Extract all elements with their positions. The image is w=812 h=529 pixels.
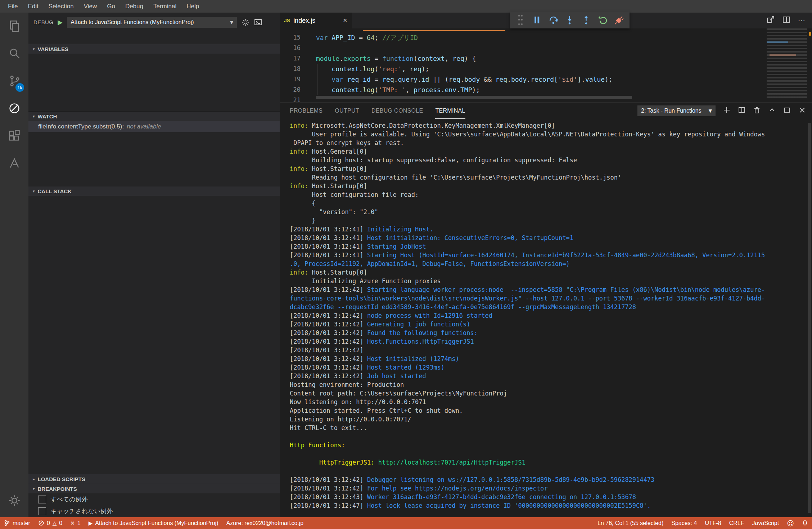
notifications[interactable]: [798, 517, 812, 529]
panel-tab-problems[interactable]: PROBLEMS: [290, 103, 322, 119]
section-call-stack[interactable]: ▾ CALL STACK: [28, 186, 280, 196]
azure-account-indicator[interactable]: Azure: rex0220@hotmail.co.jp: [222, 517, 308, 529]
start-debug-icon[interactable]: ▶: [58, 19, 63, 26]
restore-panel-icon[interactable]: [783, 106, 791, 116]
menu-item-debug[interactable]: Debug: [120, 0, 148, 13]
checkbox-icon[interactable]: [38, 496, 46, 503]
step-into-icon[interactable]: [564, 15, 575, 26]
language-indicator[interactable]: JavaScript: [748, 517, 783, 529]
code-line[interactable]: 17module.exports = function(context, req…: [280, 53, 812, 64]
menu-item-selection[interactable]: Selection: [44, 0, 79, 13]
section-loaded-scripts[interactable]: ▸ LOADED SCRIPTS: [28, 474, 280, 484]
minimap[interactable]: [767, 28, 807, 98]
eol-indicator[interactable]: CRLF: [725, 517, 748, 529]
activity-debug[interactable]: [0, 95, 28, 122]
code-line[interactable]: 16: [280, 43, 812, 53]
pause-icon[interactable]: [532, 15, 542, 26]
debug-session-indicator[interactable]: ▶ Attach to JavaScript Functions (MyFunc…: [85, 517, 222, 529]
kill-terminal-icon[interactable]: [753, 106, 761, 116]
terminal-line: Http Functions:: [290, 441, 808, 449]
checkbox-icon[interactable]: [38, 507, 46, 515]
code-line[interactable]: 15var APP_ID = 64; //アプリID: [280, 32, 812, 43]
more-actions-icon[interactable]: ⋯: [798, 16, 806, 25]
debug-config-dropdown[interactable]: Attach to JavaScript Functions (MyFuncti…: [67, 17, 237, 28]
feedback-smiley[interactable]: ☺: [783, 517, 798, 529]
horizontal-scrollbar[interactable]: [316, 96, 632, 99]
menu-item-terminal[interactable]: Terminal: [148, 0, 181, 13]
branch-icon: [4, 520, 10, 526]
panel-tab-output[interactable]: OUTPUT: [335, 103, 359, 119]
encoding-label: UTF-8: [705, 520, 721, 526]
code-line[interactable]: 20 context.log('TMP: ', process.env.TMP)…: [280, 85, 812, 95]
terminal-line: info: Host.Startup[0]: [290, 182, 808, 190]
close-tab-icon[interactable]: ✕: [343, 17, 347, 24]
indentation-indicator[interactable]: Spaces: 4: [667, 517, 701, 529]
terminal-line: [2018/10/01 3:12:47] Host lock lease acq…: [290, 501, 808, 510]
menu-item-file[interactable]: File: [3, 0, 23, 13]
open-debug-console-icon[interactable]: [254, 18, 263, 27]
problems-indicator[interactable]: 0 △ 0: [34, 517, 66, 529]
terminal-output[interactable]: info: Microsoft.AspNetCore.DataProtectio…: [280, 118, 808, 517]
code-line[interactable]: 18 context.log('req:', req);: [280, 64, 812, 74]
breakpoint-item[interactable]: すべての例外: [28, 493, 280, 505]
cursor-position[interactable]: Ln 76, Col 1 (55 selected): [594, 517, 667, 529]
azure-account-label: Azure: rex0220@hotmail.co.jp: [226, 520, 304, 526]
panel-tab-terminal[interactable]: TERMINAL: [435, 103, 465, 119]
activity-settings[interactable]: [0, 487, 28, 514]
restart-icon[interactable]: [597, 15, 608, 26]
activity-azure[interactable]: [0, 149, 28, 177]
terminal-picker[interactable]: 2: Task - Run Functions ▼: [637, 105, 716, 116]
close-panel-icon[interactable]: [798, 106, 806, 116]
drag-handle-icon[interactable]: [515, 15, 526, 26]
chevron-expanded-icon: ▾: [33, 47, 35, 51]
menu-item-go[interactable]: Go: [102, 0, 120, 13]
menu-item-help[interactable]: Help: [181, 0, 204, 13]
chevron-down-icon: ▼: [709, 108, 712, 113]
activity-explorer[interactable]: [0, 13, 28, 40]
debug-icon: [8, 102, 21, 115]
section-watch[interactable]: ▾ WATCH: [28, 111, 280, 121]
activity-search[interactable]: [0, 40, 28, 67]
indentation-label: Spaces: 4: [671, 520, 697, 526]
branch-name: master: [13, 520, 30, 526]
debug-view-title: DEBUG: [33, 19, 53, 25]
x-indicator[interactable]: ✕ 1: [66, 517, 84, 529]
maximize-panel-icon[interactable]: [768, 106, 776, 116]
debug-session-label: Attach to JavaScript Functions (MyFuncti…: [95, 520, 218, 526]
menu-item-view[interactable]: View: [79, 0, 102, 13]
encoding-indicator[interactable]: UTF-8: [701, 517, 725, 529]
configure-gear-icon[interactable]: [241, 18, 250, 27]
step-over-icon[interactable]: [548, 15, 559, 26]
open-changes-icon[interactable]: [766, 15, 775, 26]
activity-extensions[interactable]: [0, 122, 28, 149]
watch-expression-row[interactable]: fileInfo.contentType.substr(0,5):not ava…: [28, 121, 280, 132]
x-count: 1: [77, 520, 81, 526]
code-editor[interactable]: 15var APP_ID = 64; //アプリID1617module.exp…: [280, 28, 812, 103]
section-title: WATCH: [38, 113, 57, 119]
new-terminal-icon[interactable]: [723, 106, 731, 116]
indent-guide: [317, 64, 317, 95]
terminal-line: [2018/10/01 3:12:41] Initializing Host.: [290, 225, 808, 234]
code-line[interactable]: 19 var req_id = req.query.id || (req.bod…: [280, 74, 812, 85]
activity-source-control[interactable]: 1k: [0, 67, 28, 95]
terminal-scrollbar[interactable]: [808, 123, 811, 513]
section-breakpoints[interactable]: ▾ BREAKPOINTS: [28, 484, 280, 493]
split-editor-icon[interactable]: [782, 15, 791, 26]
disconnect-icon[interactable]: [614, 15, 624, 26]
terminal-line: Content root path: C:\Users\surface\Proj…: [290, 389, 808, 398]
terminal-line: Now listening on: http://0.0.0.0:7071: [290, 398, 808, 406]
terminal-line: Hosting environment: Production: [290, 380, 808, 389]
branch-indicator[interactable]: master: [0, 517, 34, 529]
tab-index-js[interactable]: JS index.js ✕: [280, 13, 352, 28]
status-bar: master 0 △ 0 ✕ 1 ▶ Attach to JavaScript …: [0, 517, 812, 529]
section-variables[interactable]: ▾ VARIABLES: [28, 44, 280, 54]
debug-sidebar: DEBUG ▶ Attach to JavaScript Functions (…: [28, 13, 280, 517]
terminal-line: Application started. Press Ctrl+C to shu…: [290, 406, 808, 415]
breakpoint-item[interactable]: キャッチされない例外: [28, 505, 280, 517]
step-out-icon[interactable]: [581, 15, 592, 26]
scm-badge: 1k: [15, 83, 24, 92]
panel-tab-debug-console[interactable]: DEBUG CONSOLE: [371, 103, 423, 119]
menu-item-edit[interactable]: Edit: [23, 0, 43, 13]
terminal-line: Hit CTRL-C to exit...: [290, 424, 808, 432]
split-terminal-icon[interactable]: [738, 106, 746, 116]
